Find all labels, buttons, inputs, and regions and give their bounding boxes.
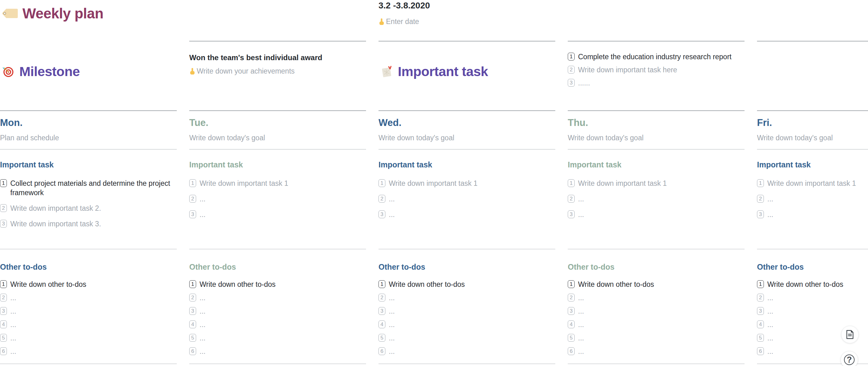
day-goal-field[interactable]: Plan and schedule xyxy=(0,134,177,142)
day-todo-item[interactable]: 5 ... xyxy=(0,333,177,343)
milestone-achievement[interactable]: Won the team's best individual award xyxy=(189,53,366,62)
help-button[interactable]: ? xyxy=(841,351,858,366)
day-todo-item[interactable]: 1 Write down other to-dos xyxy=(378,280,555,289)
day-goal-field[interactable]: Write down today's goal xyxy=(757,134,868,142)
day-todo-item[interactable]: 3 ... xyxy=(378,306,555,316)
day-todo-item[interactable]: 1 Write down other to-dos xyxy=(757,280,868,289)
day-todo-item[interactable]: 6 ... xyxy=(0,347,177,356)
milestone-heading-cell: Milestone xyxy=(0,41,177,111)
item-number-badge: 1 xyxy=(378,280,385,288)
day-name: Wed. xyxy=(378,117,555,128)
day-todo-item[interactable]: 2 ... xyxy=(757,293,868,302)
day-todo-item[interactable]: 6 ... xyxy=(568,347,745,356)
day-important-item[interactable]: 3 ... xyxy=(568,210,741,219)
day-important-item[interactable]: 3 Write down important task 3. xyxy=(0,219,173,228)
important-task-item[interactable]: 1 Complete the education industry resear… xyxy=(568,52,745,61)
day-important-item[interactable]: 3 ... xyxy=(378,210,552,219)
day-goal-field[interactable]: Write down today's goal xyxy=(568,134,745,142)
day-todo-item[interactable]: 3 ... xyxy=(757,306,868,316)
item-number-badge: 6 xyxy=(189,347,196,355)
item-text: ... xyxy=(767,194,773,204)
day-important-item[interactable]: 2 ... xyxy=(757,194,868,204)
day-todo-item[interactable]: 2 ... xyxy=(189,293,366,302)
day-todo-item[interactable]: 3 ... xyxy=(568,306,745,316)
day-important-item[interactable]: 1 Write down important task 1 xyxy=(189,179,362,188)
item-number-badge: 4 xyxy=(189,321,196,328)
day-todo-item[interactable]: 4 ... xyxy=(378,320,555,329)
item-text: Write down important task 1 xyxy=(199,179,288,188)
day-important-item[interactable]: 1 Write down important task 1 xyxy=(378,179,552,188)
item-text: ... xyxy=(389,293,395,302)
date-placeholder-field[interactable]: Enter date xyxy=(378,18,555,26)
document-icon xyxy=(846,330,854,339)
item-text: ... xyxy=(199,306,206,316)
item-text: ... xyxy=(199,194,206,204)
day-column: Wed. Write down today's goal Important t… xyxy=(378,111,555,364)
item-text: ... xyxy=(767,306,773,316)
item-text: ... xyxy=(10,347,16,356)
template-doc-button[interactable] xyxy=(841,326,859,343)
day-important-item[interactable]: 3 ... xyxy=(189,210,362,219)
day-todo-item[interactable]: 6 ... xyxy=(378,347,555,356)
item-text: ... xyxy=(578,347,584,356)
day-todos-heading: Other to-dos xyxy=(568,263,745,272)
day-goal-field[interactable]: Write down today's goal xyxy=(378,134,555,142)
item-text: Write down important task 1 xyxy=(578,179,667,188)
item-number-badge: 5 xyxy=(568,334,575,342)
day-todo-item[interactable]: 1 Write down other to-dos xyxy=(189,280,366,289)
question-mark-icon: ? xyxy=(844,355,855,365)
item-text: ... xyxy=(199,347,206,356)
milestone-placeholder-field[interactable]: Write down your achievements xyxy=(189,67,366,75)
item-text: ... xyxy=(10,306,16,316)
pointing-up-icon xyxy=(189,68,195,75)
day-important-item[interactable]: 2 ... xyxy=(189,194,362,204)
item-number-badge: 1 xyxy=(568,280,575,288)
important-task-item[interactable]: 3 ...... xyxy=(568,78,745,88)
day-important-item[interactable]: 1 Collect project materials and determin… xyxy=(0,179,173,197)
day-important-item[interactable]: 2 ... xyxy=(568,194,741,204)
weekly-plan-page: Weekly plan 3.2 -3.8.2020 Enter date xyxy=(0,0,868,366)
day-todo-item[interactable]: 4 ... xyxy=(0,320,177,329)
item-text: Write down important task 1 xyxy=(389,179,478,188)
item-text: Write down other to-dos xyxy=(10,280,86,289)
item-number-badge: 6 xyxy=(568,347,575,355)
day-important-item[interactable]: 2 ... xyxy=(378,194,552,204)
day-important-item[interactable]: 3 ... xyxy=(757,210,868,219)
item-text: ... xyxy=(10,320,16,329)
item-text: Write down other to-dos xyxy=(578,280,654,289)
day-todo-item[interactable]: 5 ... xyxy=(378,333,555,343)
item-number-badge: 2 xyxy=(568,66,575,73)
day-todo-item[interactable]: 1 Write down other to-dos xyxy=(568,280,745,289)
day-todo-item[interactable]: 5 ... xyxy=(189,333,366,343)
day-header: Fri. Write down today's goal xyxy=(757,111,868,150)
item-number-badge: 2 xyxy=(568,195,575,203)
day-important-item[interactable]: 2 Write down important task 2. xyxy=(0,204,173,213)
day-name: Thu. xyxy=(568,117,745,128)
day-todo-item[interactable]: 1 Write down other to-dos xyxy=(0,280,177,289)
day-todo-item[interactable]: 4 ... xyxy=(568,320,745,329)
item-number-badge: 6 xyxy=(0,347,7,355)
day-todo-item[interactable]: 3 ... xyxy=(0,306,177,316)
day-todo-item[interactable]: 4 ... xyxy=(189,320,366,329)
day-todo-item[interactable]: 6 ... xyxy=(189,347,366,356)
item-number-badge: 5 xyxy=(0,334,7,342)
day-todo-item[interactable]: 3 ... xyxy=(189,306,366,316)
title-cell: Weekly plan xyxy=(0,0,177,41)
day-todo-item[interactable]: 2 ... xyxy=(0,293,177,302)
item-text: Complete the education industry research… xyxy=(578,52,732,61)
day-goal-field[interactable]: Write down today's goal xyxy=(189,134,366,142)
date-range[interactable]: 3.2 -3.8.2020 xyxy=(378,1,555,10)
item-number-badge: 1 xyxy=(568,53,575,60)
day-todo-item[interactable]: 2 ... xyxy=(378,293,555,302)
day-header: Mon. Plan and schedule xyxy=(0,111,177,150)
day-important-section: Important task 1 Write down important ta… xyxy=(757,150,868,249)
day-todo-item[interactable]: 2 ... xyxy=(568,293,745,302)
day-important-item[interactable]: 1 Write down important task 1 xyxy=(757,179,868,188)
item-number-badge: 2 xyxy=(757,195,764,203)
item-number-badge: 5 xyxy=(378,334,385,342)
item-text: ... xyxy=(389,306,395,316)
important-task-item[interactable]: 2 Write down important task here xyxy=(568,65,745,74)
day-important-item[interactable]: 1 Write down important task 1 xyxy=(568,179,741,188)
item-text: ... xyxy=(578,293,584,302)
day-todo-item[interactable]: 5 ... xyxy=(568,333,745,343)
